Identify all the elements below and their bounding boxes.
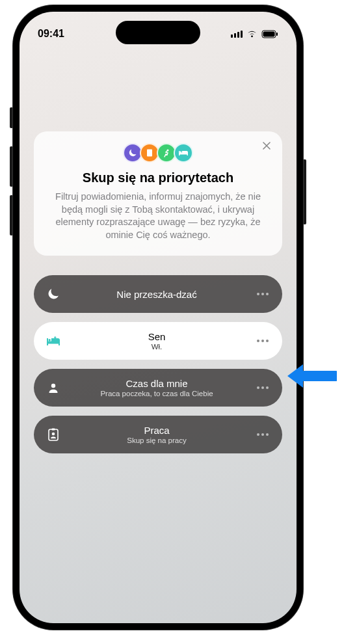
arrow-annotation	[286, 361, 337, 391]
svg-rect-1	[263, 31, 275, 36]
close-icon[interactable]	[260, 139, 273, 152]
wifi-icon	[246, 30, 258, 38]
phone-frame: 09:41	[13, 5, 303, 630]
intro-icon-row	[124, 143, 192, 163]
status-time: 09:41	[38, 28, 83, 40]
bed-icon	[174, 143, 193, 163]
focus-setup-content: Skup się na priorytetach Filtruj powiado…	[20, 131, 297, 453]
focus-label: Sen	[68, 331, 246, 342]
svg-rect-8	[52, 429, 55, 431]
more-icon[interactable]	[254, 332, 272, 350]
status-icons	[233, 30, 278, 38]
focus-row-sleep[interactable]: Sen Wł.	[34, 322, 282, 360]
svg-point-5	[51, 384, 55, 388]
focus-label: Praca	[68, 425, 246, 436]
person-icon	[46, 380, 61, 396]
focus-row-personal[interactable]: Czas dla mnie Praca poczeka, to czas dla…	[34, 369, 282, 407]
more-icon[interactable]	[254, 379, 272, 397]
phone-side-button-power	[303, 159, 306, 224]
focus-label: Czas dla mnie	[68, 378, 246, 389]
more-icon[interactable]	[254, 285, 272, 303]
focus-sublabel: Skup się na pracy	[68, 436, 246, 445]
screen: 09:41	[20, 12, 297, 623]
svg-rect-3	[147, 150, 152, 157]
focus-list: Nie przeszka-dzać Sen Wł.	[34, 275, 282, 453]
bed-icon	[46, 333, 61, 349]
dynamic-island	[116, 21, 200, 44]
cellular-icon	[231, 31, 243, 38]
focus-sublabel: Praca poczeka, to czas dla Ciebie	[68, 390, 246, 398]
focus-row-dnd[interactable]: Nie przeszka-dzać	[34, 275, 282, 313]
battery-icon	[261, 30, 278, 38]
intro-card: Skup się na priorytetach Filtruj powiado…	[34, 131, 282, 256]
intro-description: Filtruj powiadomienia, informuj znajomyc…	[48, 191, 268, 241]
moon-icon	[46, 286, 61, 302]
svg-rect-2	[276, 33, 278, 36]
focus-label: Nie przeszka-dzać	[68, 289, 246, 300]
more-icon[interactable]	[254, 425, 272, 444]
badge-icon	[46, 427, 61, 442]
intro-title: Skup się na priorytetach	[48, 170, 268, 185]
focus-row-work[interactable]: Praca Skup się na pracy	[34, 416, 282, 453]
svg-point-7	[52, 433, 55, 436]
focus-sublabel: Wł.	[68, 343, 246, 351]
